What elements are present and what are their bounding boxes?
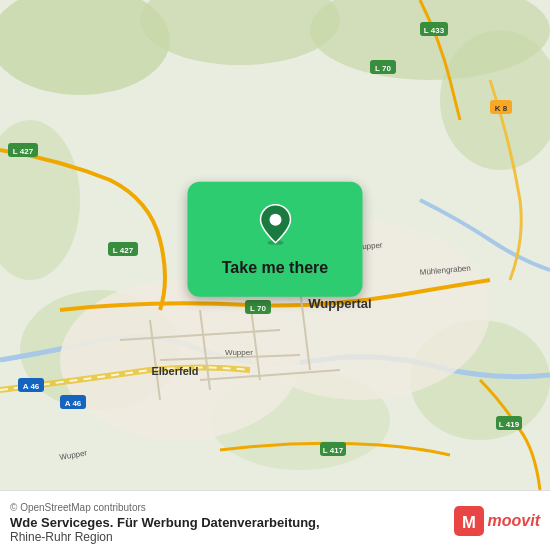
- svg-text:L 427: L 427: [113, 246, 134, 255]
- bottom-bar: © OpenStreetMap contributors Wde Service…: [0, 490, 550, 550]
- svg-text:A 46: A 46: [23, 382, 40, 391]
- svg-text:L 433: L 433: [424, 26, 445, 35]
- map-container: L 433 L 70 A 46 A 46 L 427 L 427 K 8 L 7…: [0, 0, 550, 490]
- take-me-there-label: Take me there: [222, 258, 328, 276]
- take-me-there-overlay: Take me there: [188, 182, 363, 297]
- svg-text:L 70: L 70: [375, 64, 391, 73]
- place-name: Wde Serviceges. Für Werbung Datenverarbe…: [10, 515, 446, 530]
- svg-text:Wuppertal: Wuppertal: [308, 296, 371, 311]
- svg-text:Elberfeld: Elberfeld: [151, 365, 198, 377]
- place-info: © OpenStreetMap contributors Wde Service…: [10, 497, 446, 544]
- place-region: Rhine-Ruhr Region: [10, 530, 446, 544]
- svg-text:K 8: K 8: [495, 104, 508, 113]
- location-pin-icon: [256, 202, 294, 248]
- take-me-there-button[interactable]: Take me there: [188, 182, 363, 297]
- moovit-label: moovit: [488, 512, 540, 530]
- svg-point-45: [269, 213, 281, 225]
- moovit-logo: M moovit: [454, 506, 540, 536]
- svg-text:L 419: L 419: [499, 420, 520, 429]
- svg-text:L 417: L 417: [323, 446, 344, 455]
- svg-text:M: M: [462, 512, 476, 531]
- svg-text:L 70: L 70: [250, 304, 266, 313]
- svg-text:Wupper: Wupper: [225, 348, 253, 357]
- svg-text:A 46: A 46: [65, 399, 82, 408]
- svg-text:L 427: L 427: [13, 147, 34, 156]
- copyright-text: © OpenStreetMap contributors: [10, 502, 146, 513]
